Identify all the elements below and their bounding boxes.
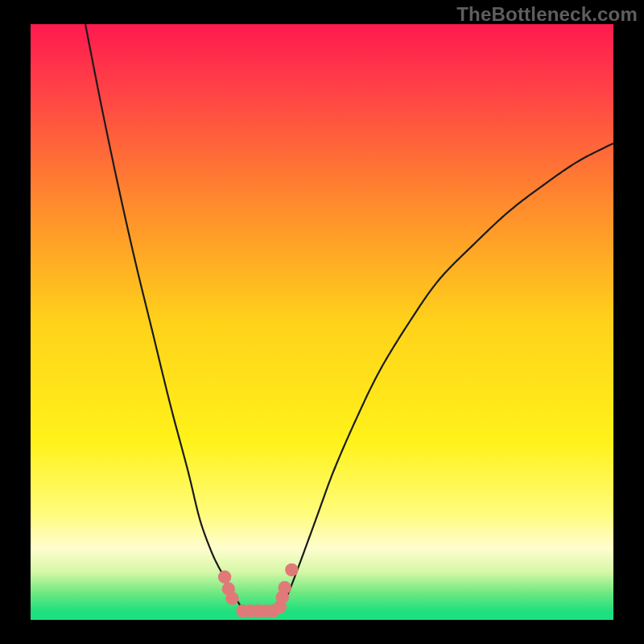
attribution-label: TheBottleneck.com bbox=[456, 3, 638, 26]
chart-canvas bbox=[31, 24, 613, 620]
marker-dot bbox=[225, 592, 238, 605]
chart-frame: TheBottleneck.com bbox=[0, 0, 644, 644]
gradient-background bbox=[31, 24, 613, 620]
marker-dot bbox=[285, 564, 298, 576]
marker-dot bbox=[218, 571, 231, 584]
marker-dot bbox=[278, 581, 291, 594]
plot-area bbox=[31, 24, 613, 620]
